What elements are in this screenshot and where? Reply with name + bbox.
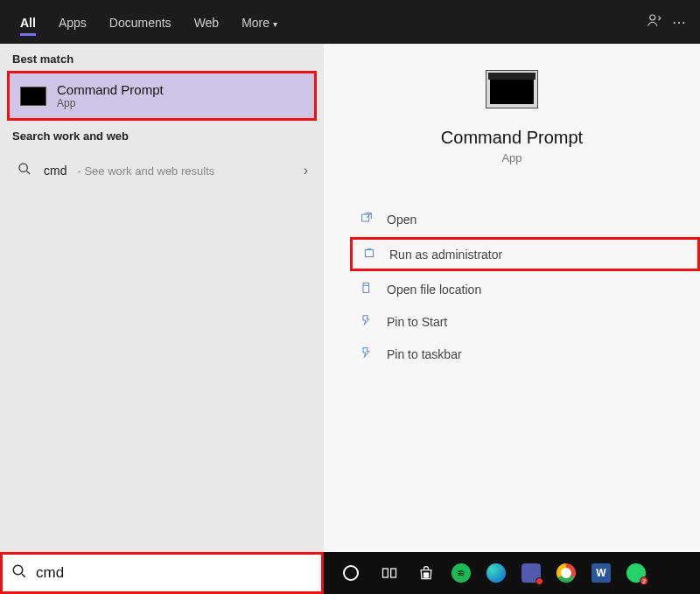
action-open-location[interactable]: Open file location [350,275,700,304]
spotify-icon[interactable] [452,563,471,583]
svg-point-0 [650,15,655,20]
preview-subtitle: App [501,151,522,164]
action-pin-start-label: Pin to Start [387,315,447,329]
action-pin-taskbar[interactable]: Pin to taskbar [350,339,700,368]
web-hint-text: - See work and web results [77,164,214,178]
svg-rect-10 [424,576,426,577]
action-open-label: Open [387,213,416,227]
task-view-icon[interactable] [378,562,401,584]
open-icon [359,211,374,227]
more-options-icon[interactable]: ⋯ [667,14,691,31]
tab-more[interactable]: More▾ [230,3,289,41]
svg-rect-3 [365,250,373,257]
action-run-admin[interactable]: Run as administrator [350,237,700,271]
action-pin-start[interactable]: Pin to Start [350,307,700,336]
svg-rect-4 [363,283,369,293]
svg-rect-8 [424,573,426,575]
preview-title: Command Prompt [441,128,583,148]
svg-rect-2 [362,214,369,221]
svg-rect-7 [391,569,396,577]
best-match-subtitle: App [57,97,164,109]
tab-all[interactable]: All [9,3,47,41]
svg-rect-11 [426,576,428,577]
folder-icon [359,281,374,297]
cortana-icon[interactable] [340,562,362,584]
chrome-icon[interactable] [556,563,576,583]
shield-icon [361,246,377,262]
action-open[interactable]: Open [350,205,700,234]
web-result-item[interactable]: cmd - See work and web results › [7,153,317,188]
web-query-text: cmd [44,164,66,178]
best-match-item[interactable]: Command Prompt App [7,71,317,121]
store-icon[interactable] [416,563,436,583]
taskbar: W 2 [324,552,700,594]
teams-icon[interactable] [522,563,541,583]
svg-rect-9 [426,573,428,575]
svg-rect-6 [383,569,388,577]
preview-panel: Command Prompt App Open Run as administr… [324,44,700,552]
notification-badge: 2 [640,577,648,585]
account-icon[interactable] [642,12,667,31]
search-icon [11,563,27,584]
action-open-location-label: Open file location [387,283,481,297]
tab-documents[interactable]: Documents [98,3,183,41]
pin-icon [359,313,374,330]
whatsapp-icon[interactable]: 2 [626,563,646,583]
svg-point-1 [19,164,27,171]
work-web-label: Search work and web [0,121,324,148]
pin-icon [359,346,374,362]
tab-web[interactable]: Web [183,3,231,41]
preview-app-icon [486,70,538,108]
results-panel: Best match Command Prompt App Search wor… [0,44,324,552]
svg-point-5 [13,565,23,575]
tab-apps[interactable]: Apps [47,3,98,41]
chevron-right-icon: › [304,163,308,178]
edge-icon[interactable] [486,563,506,583]
word-icon[interactable]: W [592,563,611,583]
search-input[interactable] [36,564,312,582]
notification-badge [536,577,543,585]
search-filter-tabs: All Apps Documents Web More▾ ⋯ [0,0,700,44]
action-run-admin-label: Run as administrator [389,248,502,262]
best-match-title: Command Prompt [57,82,164,97]
best-match-label: Best match [0,44,324,71]
search-box[interactable] [0,552,324,594]
chevron-down-icon: ▾ [273,19,277,29]
cmd-icon [20,87,46,106]
search-icon [16,162,33,179]
action-pin-taskbar-label: Pin to taskbar [387,347,462,361]
